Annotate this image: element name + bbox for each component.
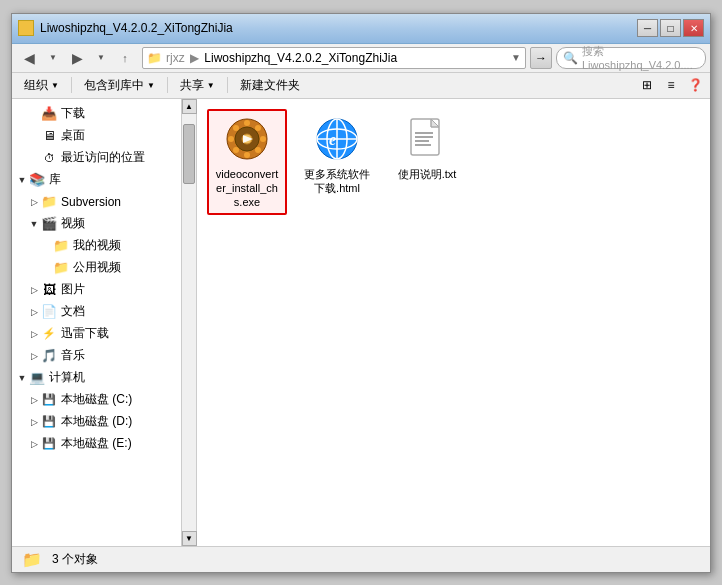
sidebar-label: 视频 (61, 215, 85, 232)
menu-new-folder[interactable]: 新建文件夹 (232, 75, 308, 96)
svg-point-6 (233, 125, 239, 131)
svg-text:e: e (329, 131, 336, 148)
menu-separator-2 (167, 77, 168, 93)
go-icon: → (535, 51, 547, 65)
sidebar-item-video[interactable]: ▼ 🎬 视频 (12, 213, 181, 235)
html-icon: e (313, 115, 361, 163)
status-bar: 📁 3 个对象 (12, 546, 710, 572)
expand-arrow: ▼ (16, 370, 28, 386)
sidebar-scrollbar[interactable]: ▲ ▼ (182, 99, 197, 546)
menu-include-library[interactable]: 包含到库中 ▼ (76, 75, 163, 96)
address-bar[interactable]: 📁 rjxz ▶ Liwoshipzhq_V4.2.0.2_XiTongZhiJ… (142, 47, 526, 69)
drive-e-icon: 💾 (41, 436, 57, 452)
window-title: Liwoshipzhq_V4.2.0.2_XiTongZhiJia (40, 21, 233, 35)
menu-share[interactable]: 共享 ▼ (172, 75, 223, 96)
scroll-down-button[interactable]: ▼ (182, 531, 197, 546)
recent-icon: ⏱ (41, 150, 57, 166)
sidebar-label: 本地磁盘 (D:) (61, 413, 132, 430)
expand-arrow (40, 260, 52, 276)
search-icon: 🔍 (563, 51, 578, 65)
sidebar-item-desktop[interactable]: 🖥 桌面 (12, 125, 181, 147)
sidebar-label: 图片 (61, 281, 85, 298)
status-count: 3 个对象 (52, 551, 98, 568)
search-box[interactable]: 🔍 搜索 Liwoshipzhq_V4.2.0.... (556, 47, 706, 69)
expand-arrow (28, 150, 40, 166)
file-item-exe[interactable]: videoconverter_install_chs.exe (207, 109, 287, 216)
drive-c-icon: 💾 (41, 392, 57, 408)
sidebar-item-computer[interactable]: ▼ 💻 计算机 (12, 367, 181, 389)
sidebar-item-recent[interactable]: ⏱ 最近访问的位置 (12, 147, 181, 169)
file-item-txt[interactable]: 使用说明.txt (387, 109, 467, 216)
go-button[interactable]: → (530, 47, 552, 69)
address-dropdown-arrow[interactable]: ▼ (511, 52, 521, 63)
sidebar-item-drive-d[interactable]: ▷ 💾 本地磁盘 (D:) (12, 411, 181, 433)
sidebar-label: 本地磁盘 (C:) (61, 391, 132, 408)
close-button[interactable]: ✕ (683, 19, 704, 37)
sidebar-label: 最近访问的位置 (61, 149, 145, 166)
expand-arrow (40, 238, 52, 254)
svg-point-7 (255, 125, 261, 131)
sidebar-item-drive-e[interactable]: ▷ 💾 本地磁盘 (E:) (12, 433, 181, 455)
sidebar-label: 下载 (61, 105, 85, 122)
view-list-button[interactable]: ≡ (660, 75, 682, 95)
subversion-icon: 📁 (41, 194, 57, 210)
sidebar-label: 公用视频 (73, 259, 121, 276)
svg-point-9 (255, 147, 261, 153)
file-item-html[interactable]: e 更多系统软件下载.html (297, 109, 377, 216)
expand-arrow: ▷ (28, 326, 40, 342)
sidebar: 📥 下载 🖥 桌面 ⏱ 最近访问的位置 ▼ 📚 库 (12, 99, 182, 546)
svg-point-4 (228, 136, 234, 142)
forward-dropdown[interactable]: ▼ (94, 47, 108, 69)
expand-arrow: ▷ (28, 304, 40, 320)
address-folder-icon: 📁 (147, 51, 162, 65)
svg-point-2 (244, 120, 250, 126)
menu-bar: 组织 ▼ 包含到库中 ▼ 共享 ▼ 新建文件夹 ⊞ ≡ ❓ (12, 73, 710, 99)
svg-point-8 (233, 147, 239, 153)
expand-arrow: ▷ (28, 348, 40, 364)
sidebar-label: 桌面 (61, 127, 85, 144)
my-video-icon: 📁 (53, 238, 69, 254)
expand-arrow: ▼ (16, 172, 28, 188)
scroll-thumb[interactable] (183, 124, 195, 184)
expand-arrow: ▷ (28, 282, 40, 298)
sidebar-item-documents[interactable]: ▷ 📄 文档 (12, 301, 181, 323)
minimize-button[interactable]: ─ (637, 19, 658, 37)
expand-arrow: ▷ (28, 392, 40, 408)
sidebar-item-pictures[interactable]: ▷ 🖼 图片 (12, 279, 181, 301)
sidebar-item-public-video[interactable]: 📁 公用视频 (12, 257, 181, 279)
documents-icon: 📄 (41, 304, 57, 320)
sidebar-item-music[interactable]: ▷ 🎵 音乐 (12, 345, 181, 367)
view-grid-button[interactable]: ⊞ (636, 75, 658, 95)
toolbar-area: ◀ ▼ ▶ ▼ ↑ 📁 rjxz ▶ Liwoshipzhq_V4.2.0.2_… (12, 44, 710, 73)
sidebar-label: 库 (49, 171, 61, 188)
sidebar-label: 本地磁盘 (E:) (61, 435, 132, 452)
search-placeholder: 搜索 Liwoshipzhq_V4.2.0.... (582, 44, 699, 71)
content-area: videoconverter_install_chs.exe e (197, 99, 710, 546)
sidebar-item-drive-c[interactable]: ▷ 💾 本地磁盘 (C:) (12, 389, 181, 411)
back-dropdown[interactable]: ▼ (46, 47, 60, 69)
sidebar-item-thunder[interactable]: ▷ ⚡ 迅雷下载 (12, 323, 181, 345)
up-icon: ↑ (122, 52, 128, 64)
thunder-icon: ⚡ (41, 326, 57, 342)
exe-filename: videoconverter_install_chs.exe (213, 167, 281, 210)
music-icon: 🎵 (41, 348, 57, 364)
sidebar-label: 我的视频 (73, 237, 121, 254)
explorer-window: Liwoshipzhq_V4.2.0.2_XiTongZhiJia ─ □ ✕ … (11, 13, 711, 573)
up-button[interactable]: ↑ (112, 47, 138, 69)
sidebar-item-download[interactable]: 📥 下载 (12, 103, 181, 125)
sidebar-label: 文档 (61, 303, 85, 320)
forward-button[interactable]: ▶ (64, 47, 90, 69)
scroll-up-button[interactable]: ▲ (182, 99, 197, 114)
sidebar-item-my-video[interactable]: 📁 我的视频 (12, 235, 181, 257)
expand-arrow: ▷ (28, 194, 40, 210)
scroll-track (182, 114, 196, 531)
sidebar-item-library[interactable]: ▼ 📚 库 (12, 169, 181, 191)
maximize-button[interactable]: □ (660, 19, 681, 37)
help-button[interactable]: ❓ (684, 75, 706, 95)
download-icon: 📥 (41, 106, 57, 122)
title-bar-left: Liwoshipzhq_V4.2.0.2_XiTongZhiJia (18, 20, 233, 36)
menu-organize[interactable]: 组织 ▼ (16, 75, 67, 96)
sidebar-item-subversion[interactable]: ▷ 📁 Subversion (12, 191, 181, 213)
txt-icon (403, 115, 451, 163)
back-button[interactable]: ◀ (16, 47, 42, 69)
